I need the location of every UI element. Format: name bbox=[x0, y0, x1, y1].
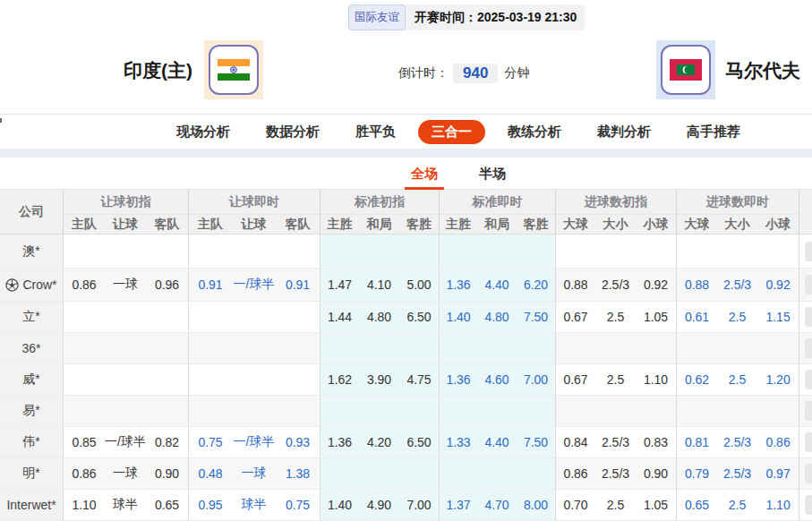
odds-cell[interactable]: 一/球半 bbox=[232, 427, 276, 458]
odds-cell[interactable]: 0.65 bbox=[676, 490, 717, 521]
odds-cell bbox=[439, 235, 477, 269]
odds-cell[interactable]: 1.38 bbox=[276, 458, 320, 490]
odds-cell[interactable]: 2.5 bbox=[717, 364, 757, 396]
odds-cell[interactable]: 0.48 bbox=[188, 458, 232, 490]
odds-cell[interactable]: 7.50 bbox=[517, 427, 555, 458]
odds-cell[interactable]: 0.62 bbox=[676, 364, 717, 396]
detail-button-fragment[interactable] bbox=[805, 401, 812, 421]
odds-cell[interactable]: 0.91 bbox=[276, 269, 320, 302]
odds-cell[interactable]: 0.75 bbox=[188, 427, 232, 458]
nav-tab-2[interactable]: 数据分析 bbox=[266, 124, 320, 141]
odds-cell[interactable]: 2.5 bbox=[717, 490, 757, 521]
company-cell[interactable]: 澳* bbox=[0, 235, 63, 269]
nav-tab-4[interactable]: 三合一 bbox=[418, 120, 485, 144]
odds-cell[interactable]: 一/球半 bbox=[232, 269, 276, 302]
odds-cell[interactable]: 0.88 bbox=[676, 269, 717, 302]
company-cell[interactable]: 易* bbox=[0, 396, 63, 427]
odds-cell[interactable]: 7.50 bbox=[517, 302, 555, 333]
company-cell[interactable]: 36* bbox=[0, 333, 63, 364]
odds-cell bbox=[320, 458, 359, 490]
company-cell[interactable]: Interwet* bbox=[0, 490, 63, 521]
odds-cell bbox=[595, 235, 636, 269]
company-cell[interactable]: 立* bbox=[0, 302, 63, 333]
sub-header-5-3: 小球 bbox=[636, 215, 676, 235]
odds-cell[interactable]: 1.37 bbox=[439, 490, 477, 521]
nav-tab-3[interactable]: 胜平负 bbox=[355, 124, 396, 141]
odds-cell[interactable]: 1.40 bbox=[439, 302, 477, 333]
league-badge[interactable]: 国际友谊 bbox=[348, 4, 406, 30]
home-team-name: 印度(主) bbox=[0, 58, 192, 83]
odds-cell[interactable]: 1.36 bbox=[439, 364, 477, 396]
odds-cell[interactable]: 0.61 bbox=[676, 302, 717, 333]
nav-tab-7[interactable]: 高手推荐 bbox=[687, 124, 740, 141]
odds-cell bbox=[105, 333, 146, 364]
odds-cell[interactable]: 1.36 bbox=[439, 269, 477, 302]
odds-cell[interactable]: 2.5/3 bbox=[717, 458, 757, 490]
detail-button-fragment[interactable] bbox=[805, 432, 812, 452]
odds-cell bbox=[320, 235, 359, 269]
odds-cell[interactable]: 1.15 bbox=[757, 302, 799, 333]
odds-cell[interactable]: 2.5/3 bbox=[717, 269, 757, 302]
odds-row-明: 明*0.86一球0.900.48一球1.380.862.5/30.900.792… bbox=[0, 458, 812, 490]
nav-tab-1[interactable]: 现场分析 bbox=[176, 124, 230, 141]
sub-header-6-2: 大小 bbox=[717, 215, 757, 235]
odds-cell[interactable]: 0.79 bbox=[676, 458, 717, 490]
odds-cell[interactable]: 4.70 bbox=[477, 490, 517, 521]
company-cell[interactable]: 威* bbox=[0, 364, 63, 396]
odds-cell[interactable]: 0.86 bbox=[757, 427, 799, 458]
nav-tab-6[interactable]: 裁判分析 bbox=[597, 124, 651, 141]
company-name: 36* bbox=[21, 341, 40, 355]
detail-button-fragment[interactable] bbox=[805, 242, 812, 261]
odds-cell[interactable]: 6.20 bbox=[517, 269, 555, 302]
odds-cell bbox=[276, 396, 320, 427]
odds-cell[interactable]: 4.40 bbox=[477, 427, 517, 458]
odds-cell[interactable]: 0.75 bbox=[276, 490, 320, 521]
detail-button-fragment[interactable] bbox=[805, 338, 812, 358]
odds-cell bbox=[399, 396, 439, 427]
odds-cell[interactable]: 1.10 bbox=[757, 490, 799, 521]
detail-button-fragment[interactable] bbox=[805, 275, 812, 295]
company-cell[interactable]: 明* bbox=[0, 458, 63, 490]
odds-cell[interactable]: 0.97 bbox=[757, 458, 799, 490]
odds-cell[interactable]: 4.40 bbox=[477, 269, 517, 302]
cut-detail-cell bbox=[799, 302, 812, 333]
odds-cell bbox=[676, 333, 717, 364]
odds-cell bbox=[636, 235, 676, 269]
odds-cell[interactable]: 7.00 bbox=[517, 364, 555, 396]
cut-detail-cell bbox=[799, 490, 812, 521]
odds-cell[interactable]: 4.60 bbox=[477, 364, 517, 396]
odds-cell[interactable]: 0.92 bbox=[757, 269, 799, 302]
odds-cell[interactable]: 0.81 bbox=[676, 427, 717, 458]
odds-cell[interactable]: 4.80 bbox=[477, 302, 517, 333]
odds-cell[interactable]: 0.91 bbox=[188, 269, 232, 302]
detail-button-fragment[interactable] bbox=[805, 495, 812, 515]
odds-cell bbox=[188, 396, 232, 427]
sub-tab-1[interactable]: 全场 bbox=[405, 158, 444, 189]
odds-cell[interactable]: 一球 bbox=[232, 458, 276, 490]
odds-cell bbox=[146, 302, 188, 333]
odds-cell[interactable]: 0.93 bbox=[276, 427, 320, 458]
odds-cell: 4.75 bbox=[399, 364, 439, 396]
sub-header-4-3: 客胜 bbox=[517, 215, 555, 235]
odds-cell: 1.47 bbox=[320, 269, 359, 302]
odds-cell bbox=[555, 396, 595, 427]
company-cell[interactable]: 伟* bbox=[0, 427, 63, 458]
nav-tab-5[interactable]: 教练分析 bbox=[508, 124, 561, 141]
detail-button-fragment[interactable] bbox=[805, 370, 812, 389]
odds-cell bbox=[232, 302, 276, 333]
odds-cell[interactable]: 2.5/3 bbox=[717, 427, 757, 458]
odds-cell[interactable]: 0.95 bbox=[188, 490, 232, 521]
detail-button-fragment[interactable] bbox=[805, 307, 812, 327]
sub-tab-2[interactable]: 半场 bbox=[473, 158, 512, 189]
company-cell[interactable]: Crow* bbox=[0, 269, 63, 302]
odds-cell[interactable]: 1.33 bbox=[439, 427, 477, 458]
sub-header-2-1: 主队 bbox=[188, 215, 232, 235]
detail-button-fragment[interactable] bbox=[805, 464, 812, 483]
odds-cell[interactable]: 2.5 bbox=[717, 302, 757, 333]
odds-cell[interactable]: 8.00 bbox=[517, 490, 555, 521]
odds-cell[interactable]: 球半 bbox=[232, 490, 276, 521]
odds-cell[interactable]: 1.20 bbox=[757, 364, 799, 396]
odds-cell bbox=[359, 333, 399, 364]
company-name: 明* bbox=[22, 465, 39, 482]
odds-cell bbox=[105, 235, 146, 269]
